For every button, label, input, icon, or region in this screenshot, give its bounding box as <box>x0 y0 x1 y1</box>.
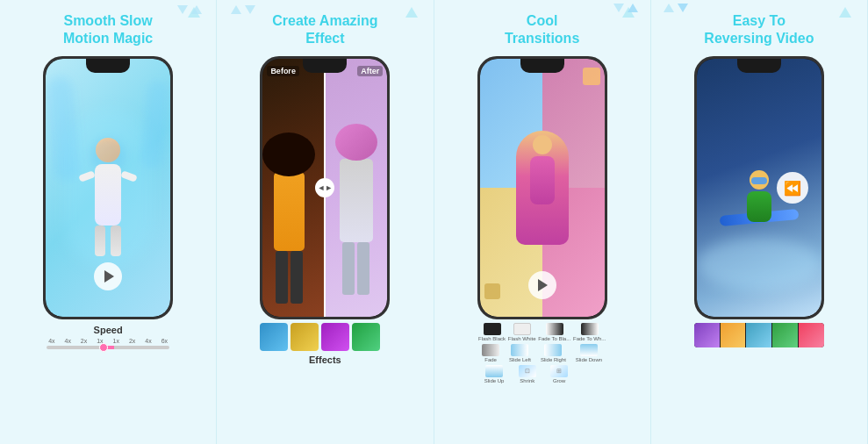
divider-arrow[interactable]: ◄► <box>315 178 334 197</box>
effects-label: Effects <box>309 354 341 365</box>
trans-fade-black[interactable]: Fade To Bla... <box>538 323 570 341</box>
triangle-deco <box>245 5 255 14</box>
before-label: Before <box>267 66 299 76</box>
panel-title: Cool Transitions <box>505 12 579 47</box>
film-frame-2 <box>721 323 746 347</box>
panel-reverse: Easy To Reversing Video <box>651 0 868 444</box>
speed-track[interactable] <box>47 346 169 349</box>
triangle-deco <box>678 4 688 12</box>
trans-fade-white[interactable]: Fade To Wh... <box>573 323 606 341</box>
panel-transitions: Cool Transitions <box>434 0 651 444</box>
film-frame-3 <box>746 323 771 347</box>
trans-slide-down[interactable]: Slide Down <box>576 344 602 362</box>
transitions-screen <box>480 59 605 317</box>
speed-ticks: 4x4x2x1x1x2x4x6x <box>47 338 169 344</box>
triangle-deco <box>613 4 624 12</box>
effect-thumb-1[interactable] <box>260 323 288 351</box>
speed-control[interactable]: 4x4x2x1x1x2x4x6x <box>47 338 169 349</box>
phone-mockup <box>43 56 173 319</box>
phone-mockup <box>477 56 607 319</box>
effects-strip <box>260 323 390 351</box>
trans-slide-up[interactable]: Slide Up <box>484 365 505 383</box>
play-button[interactable] <box>94 262 122 290</box>
trans-flash-black[interactable]: Flash Black <box>478 323 506 341</box>
trans-fade[interactable]: Fade <box>482 344 499 362</box>
play-button[interactable] <box>528 271 556 299</box>
trans-slide-right[interactable]: Slide Right <box>541 344 566 362</box>
trans-grow[interactable]: ⊞ Grow <box>550 365 568 383</box>
panel-title: Smooth Slow Motion Magic <box>63 12 153 47</box>
effects-screen: Before <box>262 59 387 317</box>
film-frame-5 <box>799 323 824 347</box>
reverse-screen: ⏪ <box>697 59 821 317</box>
triangle-deco <box>231 5 241 14</box>
panel-title: Create Amazing Effect <box>272 12 377 47</box>
panel-slow-motion: Smooth Slow Motion Magic <box>0 0 217 444</box>
effect-thumb-3[interactable] <box>321 323 349 351</box>
after-label: After <box>357 66 383 76</box>
speed-label: Speed <box>94 325 123 335</box>
effect-thumb-4[interactable] <box>352 323 380 351</box>
effect-thumb-2[interactable] <box>291 323 319 351</box>
trans-slide-left[interactable]: Slide Left <box>509 344 531 362</box>
speed-thumb[interactable] <box>99 343 108 352</box>
triangle-deco <box>628 4 638 12</box>
slow-motion-screen <box>46 59 170 317</box>
panel-title: Easy To Reversing Video <box>704 12 814 47</box>
phone-mockup: ⏪ <box>694 56 824 319</box>
film-strip <box>694 323 824 347</box>
triangle-deco <box>177 5 188 14</box>
film-frame-1 <box>694 323 720 347</box>
rewind-button[interactable]: ⏪ <box>777 172 808 204</box>
film-frame-4 <box>772 323 798 347</box>
transition-person <box>516 131 569 245</box>
transition-icons-area: Flash Black Flash White Fade To Bla... F… <box>477 323 607 383</box>
triangle-deco <box>664 4 674 12</box>
panel-effects: Create Amazing Effect Before <box>217 0 434 444</box>
triangle-deco <box>191 5 202 14</box>
phone-mockup: Before <box>260 56 390 319</box>
trans-shrink[interactable]: ⊡ Shrink <box>519 365 536 383</box>
trans-flash-white[interactable]: Flash White <box>508 323 536 341</box>
